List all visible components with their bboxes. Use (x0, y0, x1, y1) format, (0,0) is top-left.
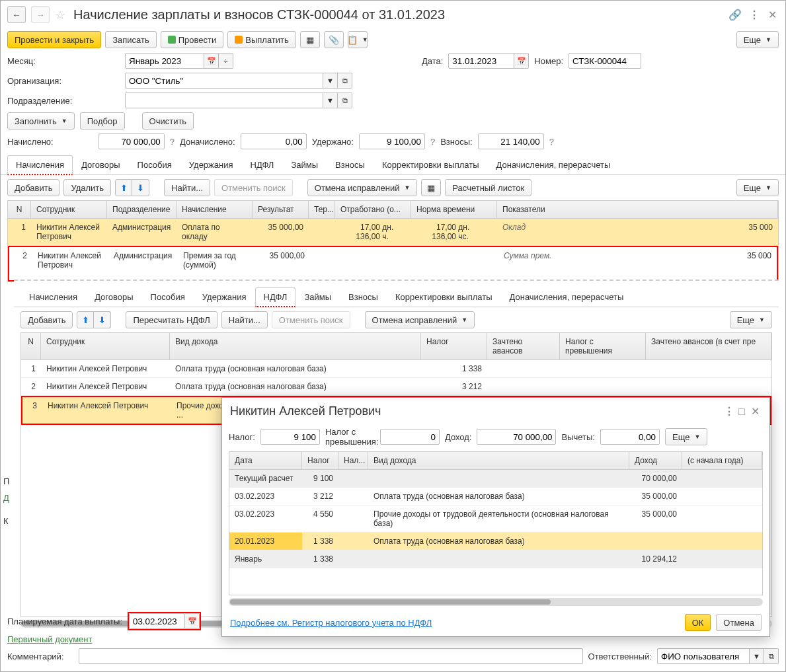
col-income[interactable]: Доход (629, 452, 682, 469)
tab-corrections[interactable]: Корректировки выплаты (373, 155, 488, 174)
org-dropdown-icon[interactable]: ▼ (323, 73, 338, 89)
popup-over-input[interactable] (380, 429, 440, 445)
add-button[interactable]: Добавить (20, 311, 73, 328)
col-over[interactable]: Налог с превышения (560, 333, 646, 359)
popup-close-icon[interactable]: ✕ (748, 405, 762, 418)
date-input[interactable] (448, 53, 514, 69)
back-button[interactable]: ← (7, 6, 26, 23)
tab-contributions[interactable]: Взносы (327, 155, 373, 174)
col-taxo[interactable]: Нал... (338, 452, 368, 469)
col-tax[interactable]: Налог (302, 452, 338, 469)
print-button[interactable]: ▦ (300, 31, 320, 48)
tab-recalc[interactable]: Доначисления, перерасчеты (488, 155, 619, 174)
col-ytd[interactable]: (с начала года) (682, 452, 762, 469)
dept-dropdown-icon[interactable]: ▼ (323, 93, 338, 108)
table-row[interactable]: 03.02.2023 4 550 Прочие доходы от трудов… (229, 505, 762, 533)
cancel-corrections-button[interactable]: Отмена исправлений▼ (307, 179, 418, 196)
org-open-icon[interactable]: ⧉ (338, 73, 352, 89)
more-icon[interactable]: ⋮ (747, 8, 760, 21)
tab-ndfl[interactable]: НДФЛ (242, 155, 283, 174)
pay-button[interactable]: Выплатить (227, 31, 296, 48)
table-row[interactable]: 2 Никитин Алексей Петрович Администрация… (8, 246, 778, 281)
tab-benefits[interactable]: Пособия (129, 155, 180, 174)
tab-contracts[interactable]: Договоры (73, 155, 128, 174)
find-button[interactable]: Найти... (221, 311, 268, 328)
month-stepper-icon[interactable]: ÷ (219, 53, 233, 69)
table-more-button[interactable]: Еще▼ (736, 179, 779, 196)
table-more-button[interactable]: Еще▼ (730, 311, 772, 328)
tab-accruals[interactable]: Начисления (20, 287, 86, 307)
addaccrued-input[interactable] (241, 133, 307, 149)
tab-corrections[interactable]: Корректировки выплаты (387, 287, 501, 307)
popup-more-icon[interactable]: ⋮ (722, 405, 735, 418)
col-employee[interactable]: Сотрудник (31, 201, 107, 218)
number-input[interactable] (569, 53, 641, 69)
payslip-button[interactable]: Расчетный листок (445, 179, 531, 196)
col-advance[interactable]: Зачтено авансов (487, 333, 560, 359)
help-icon[interactable]: ? (549, 137, 554, 147)
ok-button[interactable]: ОК (685, 614, 711, 631)
primary-document-link[interactable]: Первичный документ (7, 634, 92, 644)
table-row[interactable]: 03.02.2023 3 212 Оплата труда (основная … (229, 488, 762, 505)
popup-ded-input[interactable] (600, 429, 660, 445)
col-dept[interactable]: Подразделение (107, 201, 177, 218)
col-advance2[interactable]: Зачтено авансов (в счет пре (646, 333, 771, 359)
table-row[interactable]: 20.01.2023 1 338 Оплата труда (основная … (229, 533, 762, 550)
col-indicators[interactable]: Показатели (497, 201, 778, 218)
add-button[interactable]: Добавить (7, 179, 59, 196)
tab-recalc[interactable]: Доначисления, перерасчеты (501, 287, 633, 307)
col-date[interactable]: Дата (229, 452, 302, 469)
cancel-search-button[interactable]: Отменить поиск (214, 179, 293, 196)
recalc-ndfl-button[interactable]: Пересчитать НДФЛ (126, 311, 217, 328)
table-row[interactable]: Январь 1 338 10 294,12 (229, 550, 762, 568)
month-input[interactable] (125, 53, 204, 69)
tab-ndfl[interactable]: НДФЛ (255, 287, 296, 307)
month-calendar-icon[interactable]: 📅 (204, 53, 219, 69)
accrued-input[interactable] (98, 133, 165, 149)
cancel-search-button[interactable]: Отменить поиск (272, 311, 350, 328)
responsible-open-icon[interactable]: ⧉ (764, 648, 779, 664)
col-worked[interactable]: Отработано (о... (335, 201, 411, 218)
tab-contracts[interactable]: Договоры (86, 287, 141, 307)
col-n[interactable]: N (21, 333, 41, 359)
select-button[interactable]: Подбор (80, 112, 125, 130)
move-up-button[interactable]: ⬆ (115, 179, 132, 196)
dept-open-icon[interactable]: ⧉ (338, 93, 352, 108)
ndfl-register-link[interactable]: Подробнее см. Регистр налогового учета п… (230, 618, 432, 628)
help-icon[interactable]: ? (430, 137, 435, 147)
responsible-input[interactable] (657, 648, 750, 664)
cancel-corrections-button[interactable]: Отмена исправлений▼ (365, 311, 475, 328)
cancel-button[interactable]: Отмена (716, 614, 762, 631)
withheld-input[interactable] (359, 133, 425, 149)
col-ter[interactable]: Тер... (309, 201, 335, 218)
move-down-button[interactable]: ⬇ (94, 311, 111, 328)
find-button[interactable]: Найти... (164, 179, 210, 196)
col-result[interactable]: Результат (253, 201, 309, 218)
post-button[interactable]: Провести (161, 31, 224, 48)
popup-scrollbar[interactable] (229, 598, 763, 606)
tab-accruals[interactable]: Начисления (7, 155, 73, 175)
col-income-type[interactable]: Вид дохода (170, 333, 421, 359)
delete-button[interactable]: Удалить (63, 179, 111, 196)
grid-settings-button[interactable]: ▦ (421, 179, 441, 196)
table-row[interactable]: 1 Никитин Алексей Петрович Оплата труда … (21, 360, 771, 378)
comment-input[interactable] (79, 648, 583, 664)
more-actions-button[interactable]: 📋▼ (348, 31, 368, 48)
tab-deductions[interactable]: Удержания (194, 287, 255, 307)
table-row[interactable]: 1 Никитин Алексей Петрович Администрация… (8, 219, 778, 246)
popup-income-input[interactable] (477, 429, 556, 445)
org-input[interactable] (125, 73, 323, 89)
move-up-button[interactable]: ⬆ (77, 311, 94, 328)
col-n[interactable]: N (8, 201, 31, 218)
plan-date-input[interactable] (129, 613, 185, 629)
contrib-input[interactable] (478, 133, 544, 149)
post-close-button[interactable]: Провести и закрыть (7, 31, 101, 48)
col-tax[interactable]: Налог (421, 333, 487, 359)
popup-more-button[interactable]: Еще▼ (665, 428, 707, 445)
table-row[interactable]: Текущий расчет 9 100 70 000,00 (229, 470, 762, 488)
plan-date-calendar-icon[interactable]: 📅 (185, 613, 200, 629)
dept-input[interactable] (125, 93, 323, 108)
tab-loans[interactable]: Займы (295, 287, 340, 307)
close-icon[interactable]: ✕ (766, 8, 779, 21)
table-row[interactable]: 2 Никитин Алексей Петрович Оплата труда … (21, 378, 771, 396)
